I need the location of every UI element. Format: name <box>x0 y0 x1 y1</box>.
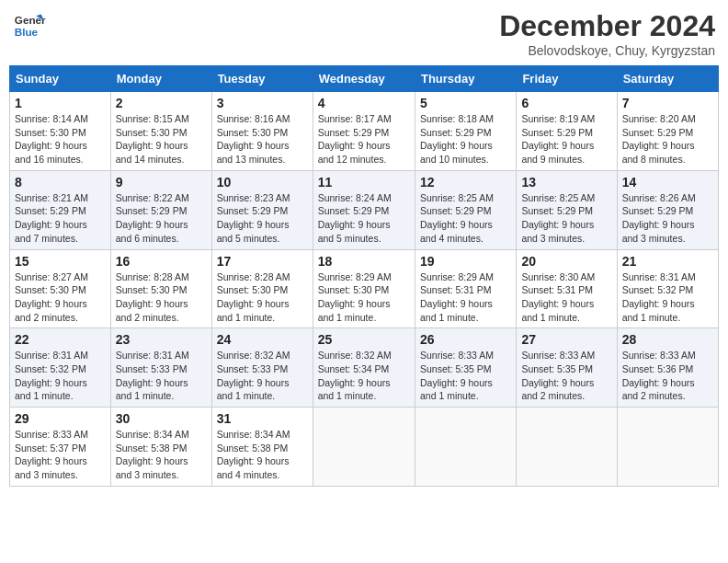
calendar-cell: 19Sunrise: 8:29 AMSunset: 5:31 PMDayligh… <box>415 249 516 328</box>
day-info: Sunrise: 8:31 AMSunset: 5:32 PMDaylight:… <box>622 270 713 325</box>
column-header-tuesday: Tuesday <box>211 66 313 92</box>
day-number: 22 <box>15 332 106 347</box>
day-info: Sunrise: 8:16 AMSunset: 5:30 PMDaylight:… <box>217 112 308 167</box>
day-number: 27 <box>521 332 611 347</box>
day-info: Sunrise: 8:18 AMSunset: 5:29 PMDaylight:… <box>420 112 511 167</box>
calendar-cell: 1Sunrise: 8:14 AMSunset: 5:30 PMDaylight… <box>10 92 111 171</box>
day-info: Sunrise: 8:24 AMSunset: 5:29 PMDaylight:… <box>318 191 410 246</box>
day-number: 6 <box>521 96 611 110</box>
day-number: 19 <box>420 254 511 269</box>
day-number: 2 <box>116 96 207 110</box>
day-info: Sunrise: 8:31 AMSunset: 5:33 PMDaylight:… <box>116 349 207 403</box>
day-number: 29 <box>15 411 106 426</box>
day-number: 17 <box>217 254 308 269</box>
day-info: Sunrise: 8:25 AMSunset: 5:29 PMDaylight:… <box>420 191 511 246</box>
day-number: 20 <box>521 254 611 269</box>
day-info: Sunrise: 8:29 AMSunset: 5:30 PMDaylight:… <box>318 270 410 325</box>
day-info: Sunrise: 8:17 AMSunset: 5:29 PMDaylight:… <box>318 112 410 167</box>
calendar-cell <box>517 408 617 487</box>
svg-text:Blue: Blue <box>15 26 39 38</box>
day-info: Sunrise: 8:20 AMSunset: 5:29 PMDaylight:… <box>622 112 713 167</box>
calendar-cell: 5Sunrise: 8:18 AMSunset: 5:29 PMDaylight… <box>415 92 516 171</box>
day-number: 3 <box>217 96 308 110</box>
calendar-cell: 23Sunrise: 8:31 AMSunset: 5:33 PMDayligh… <box>110 328 211 408</box>
day-info: Sunrise: 8:32 AMSunset: 5:33 PMDaylight:… <box>217 349 308 403</box>
day-number: 8 <box>15 175 106 190</box>
day-number: 30 <box>116 411 207 426</box>
calendar-cell: 3Sunrise: 8:16 AMSunset: 5:30 PMDaylight… <box>211 92 313 171</box>
day-info: Sunrise: 8:15 AMSunset: 5:30 PMDaylight:… <box>116 112 207 167</box>
calendar-week-row: 8Sunrise: 8:21 AMSunset: 5:29 PMDaylight… <box>10 170 719 249</box>
calendar-cell: 20Sunrise: 8:30 AMSunset: 5:31 PMDayligh… <box>517 249 617 328</box>
day-number: 1 <box>15 96 106 110</box>
calendar-cell: 28Sunrise: 8:33 AMSunset: 5:36 PMDayligh… <box>617 328 718 408</box>
column-header-friday: Friday <box>517 66 617 92</box>
day-number: 21 <box>622 254 713 269</box>
calendar-week-row: 15Sunrise: 8:27 AMSunset: 5:30 PMDayligh… <box>10 249 719 328</box>
calendar-cell <box>617 408 718 487</box>
calendar-table: SundayMondayTuesdayWednesdayThursdayFrid… <box>9 65 719 487</box>
day-info: Sunrise: 8:33 AMSunset: 5:35 PMDaylight:… <box>521 349 611 403</box>
day-info: Sunrise: 8:33 AMSunset: 5:35 PMDaylight:… <box>420 349 511 403</box>
day-number: 11 <box>318 175 410 190</box>
calendar-cell: 24Sunrise: 8:32 AMSunset: 5:33 PMDayligh… <box>211 328 313 408</box>
calendar-cell: 22Sunrise: 8:31 AMSunset: 5:32 PMDayligh… <box>10 328 111 408</box>
day-number: 16 <box>116 254 207 269</box>
day-info: Sunrise: 8:34 AMSunset: 5:38 PMDaylight:… <box>217 428 308 482</box>
day-info: Sunrise: 8:30 AMSunset: 5:31 PMDaylight:… <box>521 270 611 325</box>
month-title: December 2024 <box>499 9 715 43</box>
day-number: 31 <box>217 411 308 426</box>
day-info: Sunrise: 8:25 AMSunset: 5:29 PMDaylight:… <box>521 191 611 246</box>
day-number: 25 <box>318 332 410 347</box>
day-info: Sunrise: 8:28 AMSunset: 5:30 PMDaylight:… <box>217 270 308 325</box>
calendar-cell: 26Sunrise: 8:33 AMSunset: 5:35 PMDayligh… <box>415 328 516 408</box>
logo-icon: General Blue <box>13 9 46 42</box>
day-info: Sunrise: 8:31 AMSunset: 5:32 PMDaylight:… <box>15 349 106 403</box>
day-info: Sunrise: 8:28 AMSunset: 5:30 PMDaylight:… <box>116 270 207 325</box>
column-header-wednesday: Wednesday <box>313 66 415 92</box>
column-header-sunday: Sunday <box>10 66 111 92</box>
page-header: General Blue December 2024 Belovodskoye,… <box>9 9 719 58</box>
day-info: Sunrise: 8:33 AMSunset: 5:37 PMDaylight:… <box>15 428 106 482</box>
day-number: 18 <box>318 254 410 269</box>
day-number: 23 <box>116 332 207 347</box>
day-info: Sunrise: 8:14 AMSunset: 5:30 PMDaylight:… <box>15 112 106 167</box>
day-info: Sunrise: 8:19 AMSunset: 5:29 PMDaylight:… <box>521 112 611 167</box>
calendar-cell: 18Sunrise: 8:29 AMSunset: 5:30 PMDayligh… <box>313 249 415 328</box>
day-info: Sunrise: 8:26 AMSunset: 5:29 PMDaylight:… <box>622 191 713 246</box>
day-number: 12 <box>420 175 511 190</box>
calendar-cell: 17Sunrise: 8:28 AMSunset: 5:30 PMDayligh… <box>211 249 313 328</box>
calendar-cell: 4Sunrise: 8:17 AMSunset: 5:29 PMDaylight… <box>313 92 415 171</box>
day-number: 26 <box>420 332 511 347</box>
day-info: Sunrise: 8:27 AMSunset: 5:30 PMDaylight:… <box>15 270 106 325</box>
calendar-cell: 27Sunrise: 8:33 AMSunset: 5:35 PMDayligh… <box>517 328 617 408</box>
calendar-cell: 21Sunrise: 8:31 AMSunset: 5:32 PMDayligh… <box>617 249 718 328</box>
day-number: 15 <box>15 254 106 269</box>
day-info: Sunrise: 8:29 AMSunset: 5:31 PMDaylight:… <box>420 270 511 325</box>
column-header-monday: Monday <box>110 66 211 92</box>
calendar-cell: 15Sunrise: 8:27 AMSunset: 5:30 PMDayligh… <box>10 249 111 328</box>
calendar-cell: 6Sunrise: 8:19 AMSunset: 5:29 PMDaylight… <box>517 92 617 171</box>
day-number: 5 <box>420 96 511 110</box>
location-subtitle: Belovodskoye, Chuy, Kyrgyzstan <box>499 43 715 58</box>
calendar-cell: 25Sunrise: 8:32 AMSunset: 5:34 PMDayligh… <box>313 328 415 408</box>
day-number: 28 <box>622 332 713 347</box>
calendar-week-row: 1Sunrise: 8:14 AMSunset: 5:30 PMDaylight… <box>10 92 719 171</box>
day-info: Sunrise: 8:21 AMSunset: 5:29 PMDaylight:… <box>15 191 106 246</box>
calendar-cell: 7Sunrise: 8:20 AMSunset: 5:29 PMDaylight… <box>617 92 718 171</box>
column-header-saturday: Saturday <box>617 66 718 92</box>
calendar-cell: 30Sunrise: 8:34 AMSunset: 5:38 PMDayligh… <box>110 408 211 487</box>
calendar-cell: 29Sunrise: 8:33 AMSunset: 5:37 PMDayligh… <box>10 408 111 487</box>
calendar-header-row: SundayMondayTuesdayWednesdayThursdayFrid… <box>10 66 719 92</box>
calendar-cell: 10Sunrise: 8:23 AMSunset: 5:29 PMDayligh… <box>211 170 313 249</box>
day-info: Sunrise: 8:32 AMSunset: 5:34 PMDaylight:… <box>318 349 410 403</box>
day-info: Sunrise: 8:34 AMSunset: 5:38 PMDaylight:… <box>116 428 207 482</box>
calendar-cell: 9Sunrise: 8:22 AMSunset: 5:29 PMDaylight… <box>110 170 211 249</box>
day-number: 14 <box>622 175 713 190</box>
logo: General Blue <box>13 9 46 42</box>
calendar-cell: 16Sunrise: 8:28 AMSunset: 5:30 PMDayligh… <box>110 249 211 328</box>
calendar-week-row: 29Sunrise: 8:33 AMSunset: 5:37 PMDayligh… <box>10 408 719 487</box>
day-info: Sunrise: 8:23 AMSunset: 5:29 PMDaylight:… <box>217 191 308 246</box>
calendar-cell: 8Sunrise: 8:21 AMSunset: 5:29 PMDaylight… <box>10 170 111 249</box>
calendar-cell <box>313 408 415 487</box>
